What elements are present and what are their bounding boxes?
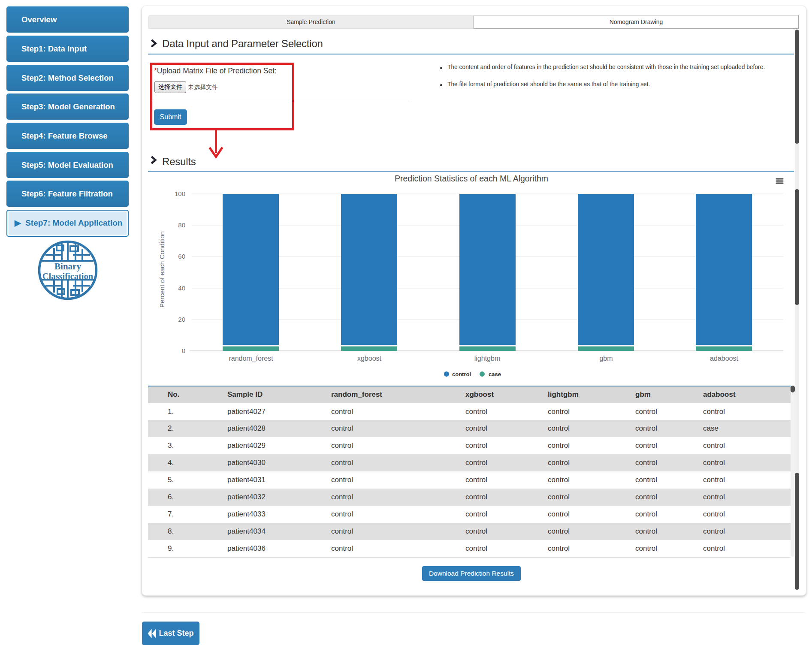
svg-text:case: case [489,371,501,377]
svg-text:20: 20 [178,316,185,323]
svg-text:lightgbm: lightgbm [474,355,500,362]
svg-text:gbm: gbm [599,355,613,362]
svg-text:100: 100 [175,190,185,197]
svg-text:80: 80 [178,221,185,229]
svg-text:Binary: Binary [54,261,81,272]
svg-text:Prediction Statistics of each: Prediction Statistics of each ML Algorit… [395,174,548,183]
svg-text:40: 40 [178,284,185,292]
svg-text:xgboost: xgboost [357,355,382,362]
svg-text:adaboost: adaboost [710,355,738,362]
svg-text:0: 0 [182,347,185,354]
svg-text:Percent of each Condition: Percent of each Condition [158,231,166,308]
svg-text:random_forest: random_forest [229,355,273,362]
svg-text:60: 60 [178,253,185,260]
svg-text:Classification: Classification [42,272,94,281]
svg-text:control: control [452,371,471,377]
